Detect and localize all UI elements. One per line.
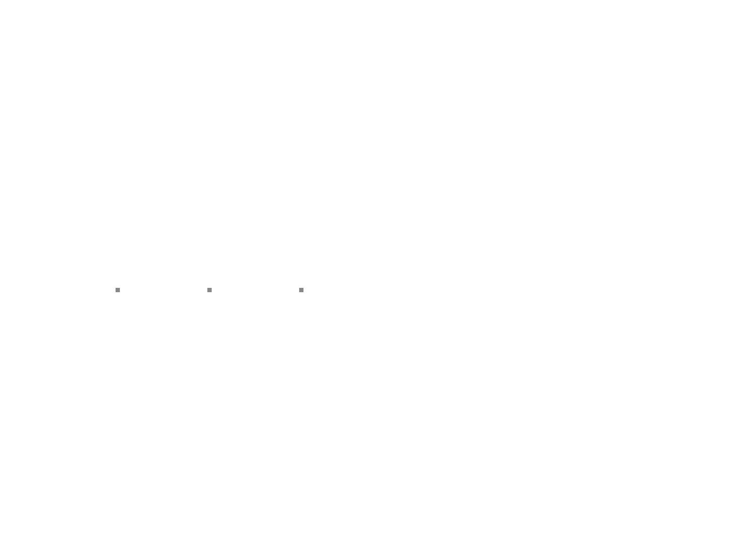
mini-bar-glueguns — [113, 299, 189, 320]
us-map-chart — [475, 138, 740, 269]
product-col — [205, 284, 297, 295]
product-mix-label — [378, 284, 540, 295]
product-col — [297, 284, 378, 295]
mini-bar-transponders — [297, 299, 373, 320]
product-col — [113, 284, 205, 295]
mini-bar-lightsabres — [205, 299, 281, 320]
trend-line-chart — [16, 28, 265, 122]
summary-table — [16, 22, 740, 24]
product-title — [16, 284, 113, 295]
